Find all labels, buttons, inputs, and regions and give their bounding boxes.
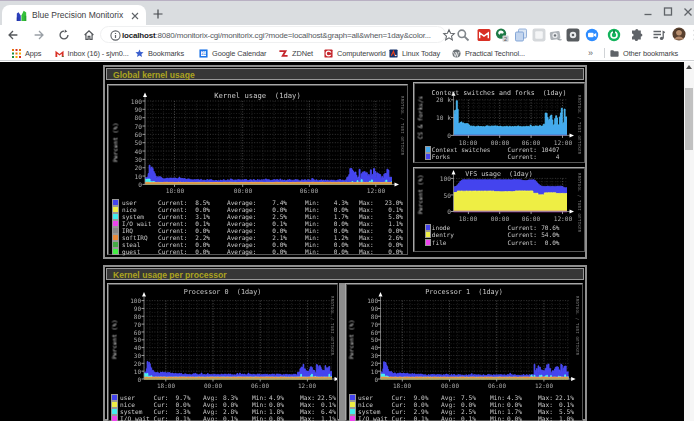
legend-value: 0.0%: [329, 241, 349, 248]
copy-pages-extension-icon[interactable]: [514, 28, 528, 42]
legend-swatch: [112, 395, 117, 400]
legend-col-label: Min:: [305, 206, 320, 213]
y-tick-label: 80: [348, 313, 378, 320]
x-tick-label: 18:00: [160, 187, 190, 194]
playlist-extension-icon[interactable]: [652, 28, 666, 42]
chart-vfs-usage: VFS usage (1day)Percent (%)05010018:0000…: [413, 167, 585, 252]
browser-tab[interactable]: Blue Precision Monitorix: [2, 5, 146, 26]
scrollbar-thumb[interactable]: [685, 88, 693, 150]
scrollbar-up-arrow[interactable]: [686, 65, 692, 69]
legend-value: 0.0%: [540, 239, 560, 246]
legend-value: 0.1%: [171, 415, 191, 421]
legend-col-label: Max:: [538, 408, 553, 415]
legend-swatch: [350, 402, 355, 407]
legend-value: 6.4%: [316, 408, 336, 415]
bookmark-item-practical-technology[interactable]: Practical Technol...: [452, 47, 525, 59]
window-close-button[interactable]: [678, 1, 694, 23]
minimize-button[interactable]: [638, 1, 658, 23]
y-tick-label: 20: [111, 360, 141, 367]
bookmarks-overflow-chevron[interactable]: »: [588, 47, 592, 59]
legend-col-label: Current:: [158, 234, 187, 241]
legend-row-user: userCurrent:8.5%Average:7.4%Min:4.3%Max:…: [108, 199, 407, 206]
y-tick-label: 50: [111, 336, 141, 343]
legend-value: 0.0%: [264, 401, 284, 408]
other-bookmarks-button[interactable]: Other bookmarks: [610, 47, 678, 59]
legend-row-user: userCur:9.7%Avg:8.3%Min:4.9%Max:22.5%: [108, 394, 337, 401]
legend-row-system: systemCur:3.3%Avg:2.8%Min:1.8%Max:6.4%: [108, 408, 337, 415]
legend-row-nice: niceCurrent:0.0%Average:0.0%Min:0.0%Max:…: [108, 206, 407, 213]
legend-value: 54.0%: [540, 231, 560, 238]
bookmark-item-linux-today[interactable]: Linux Today: [389, 47, 440, 59]
legend-col-label: Cur:: [154, 415, 169, 421]
legend-value: 0.0%: [267, 241, 287, 248]
legend-col-label: Max:: [359, 206, 374, 213]
legend-label: steal: [122, 241, 140, 248]
legend-value: 0.0%: [218, 401, 238, 408]
address-bar[interactable]: localhost:8080/monitorix-cgi/monitorix.c…: [100, 26, 446, 43]
legend-value: 1.1%: [383, 220, 403, 227]
legend-col-label: Max:: [359, 241, 374, 248]
legend-col-label: Current:: [158, 220, 187, 227]
legend-col-label: Max:: [538, 394, 553, 401]
svg-text:31: 31: [201, 51, 207, 56]
y-tick-label: 100: [348, 297, 378, 304]
search-extension-icon[interactable]: [456, 28, 470, 42]
legend-col-label: Min:: [305, 241, 320, 248]
gray-square-extension-icon[interactable]: [532, 28, 546, 42]
x-tick-label: 12:00: [292, 382, 322, 389]
x-tick-label: 00:00: [485, 139, 515, 146]
bookmark-star-icon[interactable]: [442, 28, 456, 42]
reload-button[interactable]: [57, 28, 71, 42]
profile-avatar[interactable]: [672, 27, 686, 41]
legend-row-steal: stealCurrent:0.0%Average:0.0%Min:0.0%Max…: [108, 241, 407, 248]
home-button[interactable]: [82, 28, 96, 42]
back-button[interactable]: [6, 28, 20, 42]
tab-close-icon[interactable]: [131, 12, 139, 20]
legend-value: 22.1%: [554, 394, 574, 401]
legend-col-label: Average:: [227, 220, 256, 227]
menu-dots-icon[interactable]: [688, 28, 694, 42]
green-badge-extension-icon[interactable]: 2: [495, 28, 509, 42]
browser-toolbar: localhost:8080/monitorix-cgi/monitorix.c…: [0, 25, 694, 45]
bookmark-item-zdnet[interactable]: ZDNet: [279, 47, 313, 59]
legend-col-label: Avg:: [203, 415, 218, 421]
legend-swatch: [113, 228, 118, 233]
page-scrollbar[interactable]: [684, 62, 694, 421]
gmail-extension-icon[interactable]: [477, 28, 491, 42]
legend-row-i-o-wait: I/O waitCurrent:0.1%Average:0.1%Min:0.0%…: [108, 220, 407, 227]
legend-row-file: fileCurrent:0.0%: [414, 239, 584, 246]
camera-extension-icon[interactable]: [549, 28, 563, 42]
forward-button[interactable]: [32, 28, 46, 42]
bookmarks-bar: Apps Inbox (16) - sjvn0... Bookmarks 31 …: [0, 45, 694, 61]
legend-value: 0.0%: [190, 241, 210, 248]
legend-label: dentry: [432, 231, 454, 238]
page-info-icon[interactable]: [110, 30, 121, 41]
bookmark-item-apps[interactable]: Apps: [12, 47, 41, 59]
legend-swatch: [113, 200, 118, 205]
section2-title-bar: Kernel usage per processor: [106, 268, 584, 280]
legend-value: 2.9%: [409, 408, 429, 415]
legend-label: system: [122, 213, 144, 220]
maximize-button[interactable]: [658, 1, 678, 23]
legend-swatch: [113, 214, 118, 219]
legend-label: user: [122, 199, 137, 206]
bookmark-item-google-calendar[interactable]: 31 Google Calendar: [199, 47, 266, 59]
browser-window: {"browser":{"tab":{"title":"Blue Precisi…: [0, 0, 694, 421]
legend-value: 0.0%: [267, 248, 287, 255]
legend-col-label: Cur:: [392, 408, 407, 415]
legend-col-label: Average:: [227, 241, 256, 248]
legend-col-label: Current:: [158, 206, 187, 213]
y-tick-label: 10: [111, 368, 141, 375]
legend-row-softirq: softIRQCurrent:2.2%Average:2.1%Min:1.2%M…: [108, 234, 407, 241]
bookmark-item-inbox[interactable]: Inbox (16) - sjvn0...: [55, 47, 129, 59]
legend-label: nice: [358, 401, 373, 408]
blue-circle-extension-icon[interactable]: [585, 28, 599, 42]
extensions-puzzle-icon[interactable]: [630, 28, 644, 42]
legend-value: 0.0%: [171, 401, 191, 408]
y-tick-label: 100: [111, 297, 141, 304]
new-tab-button[interactable]: [153, 9, 163, 19]
bookmark-item-bookmarks[interactable]: Bookmarks: [135, 47, 184, 59]
bookmark-item-computerworld[interactable]: Computerworld: [324, 47, 386, 59]
dark-square-extension-icon[interactable]: [566, 28, 580, 42]
green-circle-extension-icon[interactable]: [607, 28, 621, 42]
